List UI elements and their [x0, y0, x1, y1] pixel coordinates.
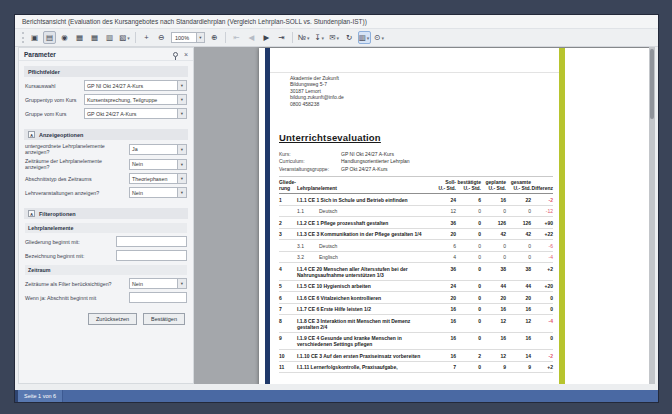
reset-button[interactable]: Zurücksetzen — [88, 313, 137, 325]
print-preview-icon[interactable]: ▥ — [103, 31, 116, 44]
value-cell: 0 — [506, 240, 531, 252]
report-title: Unterrichtsevaluation — [279, 132, 381, 143]
value-cell: -12 — [531, 205, 553, 217]
chevron-down-icon[interactable]: ▾ — [177, 188, 186, 197]
toolbar-icons: ▣▤◉▦▦▥▧▾+⊖100%▾⊕⇤◀▶⇥№▾↧▾✉▾↻▥▾⊙▾ — [27, 31, 387, 44]
kursauswahl-select[interactable]: GP NI Okt 24/27 A-Kurs ▾ — [84, 80, 187, 91]
next-page-icon[interactable]: ▶ — [260, 31, 273, 44]
chevron-down-icon[interactable]: ▾ — [367, 35, 370, 41]
chevron-down-icon[interactable]: ▾ — [177, 145, 186, 154]
copy-icon[interactable]: ▤ — [43, 31, 56, 44]
value-cell: 44 — [506, 280, 531, 292]
page-number-icon[interactable]: №▾ — [297, 31, 311, 44]
value-cell: 14 — [506, 350, 531, 362]
chevron-down-icon[interactable]: ▾ — [177, 109, 186, 118]
chevron-down-icon[interactable]: ▾ — [196, 33, 204, 42]
history-icon[interactable]: ⊙▾ — [373, 31, 386, 44]
pin-icon[interactable] — [173, 52, 178, 57]
chevron-down-icon[interactable]: ▾ — [307, 35, 310, 41]
gliederung-cell: 2 — [279, 217, 297, 229]
close-icon[interactable]: × — [184, 51, 188, 58]
chevron-down-icon[interactable]: ▾ — [177, 95, 186, 104]
field-label: Gruppentyp vom Kurs — [25, 97, 80, 103]
table-row: 8I.1.8 CE 3 Interaktion mit Menschen mit… — [279, 315, 553, 333]
chevron-down-icon[interactable]: ▾ — [177, 174, 186, 183]
toolbar-separator — [135, 32, 136, 43]
value-cell: 38 — [506, 263, 531, 281]
search-icon[interactable]: ◉ — [58, 31, 71, 44]
table-row: 3I.1.3 CE 3 Kommunikation in der Pflege … — [279, 228, 553, 240]
abschnitt-input[interactable] — [129, 292, 187, 303]
quick-print-icon[interactable]: ▦ — [88, 31, 101, 44]
email-icon[interactable]: ✉▾ — [328, 31, 341, 44]
lehrveranstaltungen-select[interactable]: Nein ▾ — [129, 187, 187, 198]
gliederung-input[interactable] — [116, 236, 187, 247]
meta-label: Kurs: — [279, 151, 341, 158]
collapse-icon[interactable]: ∧ — [28, 210, 35, 217]
gliederung-cell: 1 — [279, 194, 297, 206]
field-abschnitt-beginnt: Wenn ja: Abschnitt beginnt mit — [25, 292, 187, 303]
document-viewer[interactable]: Akademie der Zukunft Bildungsweg 5-7 301… — [194, 47, 655, 384]
table-row: 11I.1.11 Lernerfolgskontrolle, Praxisauf… — [279, 361, 553, 373]
parameter-panel: Parameter × Pflichtfelder Kursauswahl GP… — [18, 47, 194, 384]
sender-address: Akademie der Zukunft Bildungsweg 5-7 301… — [290, 75, 344, 107]
prev-page-icon[interactable]: ◀ — [245, 31, 258, 44]
section-filteroptionen[interactable]: ∧ Filteroptionen — [24, 208, 188, 219]
header-rule — [270, 72, 559, 73]
page-setup-icon[interactable]: ▧▾ — [118, 31, 131, 44]
gliederung-cell: 5 — [279, 280, 297, 292]
zoom-out-icon[interactable]: ⊖ — [155, 31, 168, 44]
column-header: Lehrplanelement — [297, 177, 429, 194]
table-header-row: Gliede-rungLehrplanelementSoll-U.- Std.b… — [279, 177, 553, 194]
chevron-down-icon[interactable]: ▾ — [336, 35, 339, 41]
value-cell: 12 — [481, 350, 506, 362]
value-cell: +20 — [531, 280, 553, 292]
refresh-icon[interactable]: ↻ — [343, 31, 356, 44]
vertical-scrollbar[interactable] — [649, 47, 655, 384]
scrollbar-thumb[interactable] — [650, 49, 654, 119]
section-title: Anzeigeoptionen — [39, 132, 83, 138]
value-cell: 0 — [456, 217, 481, 229]
table-row: 1I.1.1 CE 1 Sich in Schule und Betrieb e… — [279, 194, 553, 206]
element-cell: 3.2Englisch — [297, 251, 429, 263]
value-cell: +2 — [531, 263, 553, 281]
report-page: Akademie der Zukunft Bildungsweg 5-7 301… — [259, 48, 651, 384]
save-icon[interactable]: ▣ — [28, 31, 41, 44]
zoom-in-icon[interactable]: ⊕ — [208, 31, 221, 44]
gruppe-select[interactable]: GP Okt 24/27 A-Kurs ▾ — [84, 108, 187, 119]
zeitraum-filter-select[interactable]: Nein ▾ — [129, 278, 187, 289]
parameters-toggle-icon[interactable]: ▥▾ — [358, 31, 371, 44]
export-icon[interactable]: ↧▾ — [313, 31, 326, 44]
collapse-icon[interactable]: ∧ — [28, 131, 35, 138]
pan-icon[interactable]: + — [140, 31, 153, 44]
value-cell: 16 — [481, 194, 506, 206]
toolbar-separator — [292, 32, 293, 43]
confirm-button[interactable]: Bestätigen — [143, 313, 185, 325]
field-label: Bezeichnung beginnt mit: — [25, 253, 87, 259]
chevron-down-icon[interactable]: ▾ — [177, 160, 186, 169]
value-cell: +90 — [531, 217, 553, 229]
gruppentyp-select[interactable]: Kursentsprechung, Teilgruppe ▾ — [84, 94, 187, 105]
chevron-down-icon[interactable]: ▾ — [177, 279, 186, 288]
value-cell: 16 — [506, 303, 531, 315]
value-cell: 7 — [429, 361, 456, 373]
chevron-down-icon[interactable]: ▾ — [127, 35, 130, 41]
field-label: Zeiträume der Lehrplanelemente anzeigen? — [25, 158, 129, 170]
value-cell: 0 — [456, 303, 481, 315]
chevron-down-icon[interactable]: ▾ — [177, 81, 186, 90]
zeitraeume-select[interactable]: Nein ▾ — [129, 159, 187, 170]
value-cell: 12 — [481, 315, 506, 333]
toolbar-grip[interactable] — [22, 32, 24, 43]
print-icon[interactable]: ▦ — [73, 31, 86, 44]
chevron-down-icon[interactable]: ▾ — [381, 35, 384, 41]
section-anzeigeoptionen[interactable]: ∧ Anzeigeoptionen — [24, 129, 188, 140]
meta-value: GP Okt 24/27 A-Kurs — [341, 166, 388, 173]
chevron-down-icon[interactable]: ▾ — [321, 35, 324, 41]
value-cell: 0 — [456, 251, 481, 263]
untergeordnete-select[interactable]: Ja ▾ — [129, 144, 187, 155]
abschnittstyp-select[interactable]: Theoriephasen ▾ — [129, 173, 187, 184]
bezeichnung-input[interactable] — [116, 250, 187, 261]
first-page-icon[interactable]: ⇤ — [230, 31, 243, 44]
zoom-level-combo[interactable]: 100%▾ — [171, 32, 205, 43]
last-page-icon[interactable]: ⇥ — [275, 31, 288, 44]
